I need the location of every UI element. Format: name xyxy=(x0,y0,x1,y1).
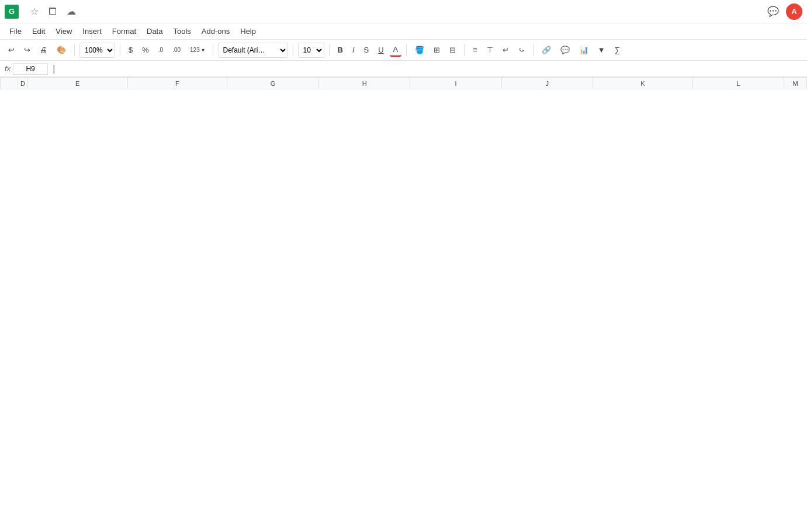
folder-icon[interactable]: ⧠ xyxy=(46,5,60,18)
percent-button[interactable]: % xyxy=(138,44,153,56)
col-h: H xyxy=(318,78,410,89)
toolbar-sep-4 xyxy=(293,44,293,56)
menu-edit[interactable]: Edit xyxy=(27,25,50,37)
toolbar-sep-2 xyxy=(120,44,120,56)
decimal-less-button[interactable]: .0 xyxy=(155,45,167,55)
menu-bar: File Edit View Insert Format Data Tools … xyxy=(0,23,807,40)
font-select[interactable]: Default (Ari… xyxy=(218,43,288,58)
app-icon: G xyxy=(5,5,19,19)
toolbar-sep-7 xyxy=(464,44,465,56)
menu-addons[interactable]: Add-ons xyxy=(197,25,234,37)
link-button[interactable]: 🔗 xyxy=(538,44,555,56)
cell-reference-input[interactable] xyxy=(13,63,48,75)
decimal-more-button[interactable]: .00 xyxy=(169,45,184,55)
toolbar-sep-8 xyxy=(533,44,534,56)
col-i: I xyxy=(410,78,501,89)
sheet-container[interactable]: D E F G H I J K L M xyxy=(0,77,807,532)
currency-button[interactable]: $ xyxy=(125,44,136,56)
undo-button[interactable]: ↩ xyxy=(5,44,18,56)
merge-button[interactable]: ⊟ xyxy=(446,44,459,56)
zoom-select[interactable]: 100% xyxy=(79,43,115,58)
menu-help[interactable]: Help xyxy=(235,25,261,37)
borders-button[interactable]: ⊞ xyxy=(430,44,444,56)
star-icon[interactable]: ☆ xyxy=(28,5,41,18)
wrap-button[interactable]: ↵ xyxy=(499,44,512,56)
cloud-icon[interactable]: ☁ xyxy=(64,5,78,18)
menu-file[interactable]: File xyxy=(5,25,26,37)
textcolor-button[interactable]: A xyxy=(390,43,402,57)
toolbar-sep-6 xyxy=(406,44,407,56)
formula-bar: fx | xyxy=(0,61,807,77)
col-j: J xyxy=(501,78,593,89)
align-h-button[interactable]: ≡ xyxy=(469,44,481,56)
menu-format[interactable]: Format xyxy=(108,25,141,37)
col-f: F xyxy=(127,78,227,89)
toolbar-sep-3 xyxy=(213,44,213,56)
column-headers: D E F G H I J K L M xyxy=(1,78,807,89)
italic-button[interactable]: I xyxy=(349,44,358,56)
filter-button[interactable]: ▼ xyxy=(594,44,609,56)
corner-cell xyxy=(1,78,18,89)
redo-button[interactable]: ↪ xyxy=(20,44,34,56)
menu-insert[interactable]: Insert xyxy=(78,25,106,37)
function-button[interactable]: ∑ xyxy=(611,44,624,56)
fill-button[interactable]: 🪣 xyxy=(411,44,428,56)
menu-data[interactable]: Data xyxy=(142,25,167,37)
chart-button[interactable]: 📊 xyxy=(576,44,592,56)
top-bar: G ☆ ⧠ ☁ 💬 A xyxy=(0,0,807,23)
col-m: M xyxy=(784,78,807,89)
bold-button[interactable]: B xyxy=(334,44,347,56)
col-k: K xyxy=(593,78,693,89)
strikethrough-button[interactable]: S xyxy=(361,44,373,56)
comment-button[interactable]: 💬 xyxy=(557,44,573,56)
toolbar: ↩ ↪ 🖨 🎨 100% $ % .0 .00 123 ▾ Default (A… xyxy=(0,40,807,61)
align-v-button[interactable]: ⊤ xyxy=(483,44,497,56)
col-d: D xyxy=(18,78,28,89)
format-button[interactable]: 123 ▾ xyxy=(186,45,207,55)
paint-button[interactable]: 🎨 xyxy=(53,44,70,56)
menu-view[interactable]: View xyxy=(51,25,77,37)
rotate-button[interactable]: ⤿ xyxy=(515,44,528,56)
fx-label: fx xyxy=(5,64,11,73)
toolbar-sep-5 xyxy=(329,44,330,56)
print-button[interactable]: 🖨 xyxy=(36,44,51,56)
formula-separator: | xyxy=(53,64,55,74)
fontsize-select[interactable]: 10 xyxy=(298,43,324,58)
user-avatar[interactable]: A xyxy=(786,4,802,20)
menu-tools[interactable]: Tools xyxy=(168,25,195,37)
col-l: L xyxy=(692,78,784,89)
underline-button[interactable]: U xyxy=(375,44,387,56)
comments-icon[interactable]: 💬 xyxy=(765,5,781,18)
spreadsheet: D E F G H I J K L M xyxy=(0,77,807,89)
col-e: E xyxy=(27,78,127,89)
col-g: G xyxy=(227,78,319,89)
toolbar-sep-1 xyxy=(74,44,75,56)
